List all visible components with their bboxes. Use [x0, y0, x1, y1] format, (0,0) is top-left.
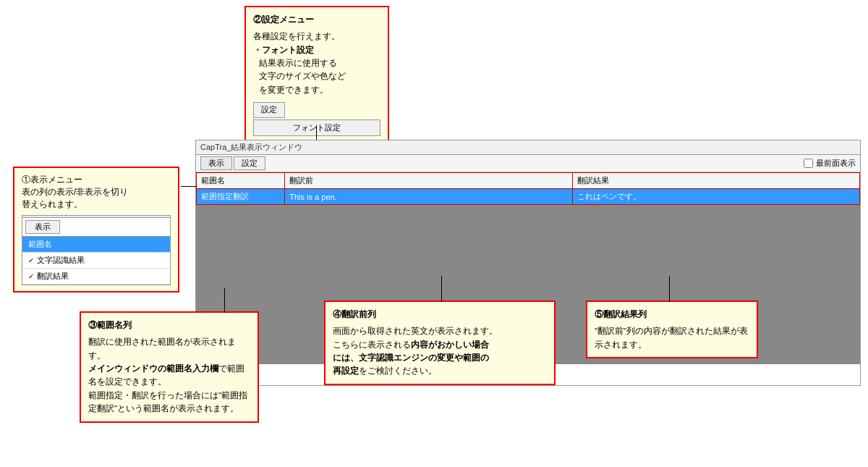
col3-label: 翻訳結果 [37, 271, 69, 282]
tooltip2-line1: 各種設定を行えます。 [253, 30, 380, 43]
tooltip-range-col: ③範囲名列 翻訳に使用された範囲名が表示されます。 メインウィンドウの範囲名入力… [80, 311, 259, 423]
checkbox-topmost[interactable]: 最前面表示 [804, 158, 856, 169]
window-titlebar: CapTra_結果表示ウィンドウ [196, 140, 860, 155]
tooltip2-item1-bold: ・フォント設定 [253, 43, 380, 56]
window-menubar: 表示 設定 最前面表示 [196, 155, 860, 172]
col-header-name: 範囲名 [197, 173, 285, 189]
col1-label: 範囲名 [28, 239, 52, 250]
display-panel: 表示 範囲名 ✓ 文字認識結果 ✓ 翻訳結果 [22, 215, 171, 285]
connector-tooltip4-v [441, 276, 442, 302]
tooltip3-title: ③範囲名列 [88, 319, 250, 332]
tooltip1-desc: 表の列の表示/非表示を切り替えられます。 [22, 186, 171, 211]
tooltip2-settings-btn[interactable]: 設定 [253, 102, 285, 118]
row1-name: 範囲指定翻訳 [197, 189, 285, 205]
tooltip4-title: ④翻訳前列 [333, 308, 547, 321]
panel-display-btn[interactable]: 表示 [25, 220, 60, 234]
check-icon-trans: ✓ [28, 272, 34, 280]
tooltip5-title: ⑤翻訳結果列 [595, 308, 749, 321]
connector-tooltip5-v [669, 276, 670, 302]
result-table: 範囲名 翻訳前 翻訳結果 範囲指定翻訳 This is a pen. これはペン… [196, 172, 860, 205]
tooltip3-line3: 範囲指定・翻訳を行った場合には"範囲指定翻訳"という範囲名が表示されます。 [88, 389, 250, 416]
tooltip2-title: ②設定メニュー [253, 13, 380, 27]
connector-tooltip3-v [224, 288, 225, 313]
tooltip-pretrans-col: ④翻訳前列 画面から取得された英文が表示されます。 こちらに表示される内容がおか… [324, 300, 556, 385]
tooltip4-bold: 内容がおかしい場合には、文字認識エンジンの変更や範囲の再設定 [333, 340, 489, 376]
tooltip-settings-menu: ②設定メニュー 各種設定を行えます。 ・フォント設定 結果表示に使用する文字のサ… [244, 6, 389, 143]
tooltip2-font-btn[interactable]: フォント設定 [253, 119, 380, 137]
table-row[interactable]: 範囲指定翻訳 This is a pen. これはペンです。 [197, 189, 860, 205]
panel-list-item-name[interactable]: 範囲名 [22, 237, 170, 253]
tooltip-transresult-col: ⑤翻訳結果列 "翻訳前"列の内容が翻訳された結果が表示されます。 [586, 300, 758, 358]
panel-list: 範囲名 ✓ 文字認識結果 ✓ 翻訳結果 [22, 236, 170, 285]
row1-after: これはペンです。 [572, 189, 859, 205]
col-header-before: 翻訳前 [285, 173, 572, 189]
menu-left: 表示 設定 [200, 156, 265, 170]
panel-titlebar [22, 216, 170, 218]
panel-list-item-trans[interactable]: ✓ 翻訳結果 [22, 269, 170, 285]
panel-list-item-ocr[interactable]: ✓ 文字認識結果 [22, 253, 170, 269]
tooltip4-line2: こちらに表示される内容がおかしい場合には、文字認識エンジンの変更や範囲の再設定を… [333, 338, 547, 378]
tooltip3-bold: メインウィンドウの範囲名入力欄 [88, 364, 218, 373]
tooltip2-item1-desc: 結果表示に使用する文字のサイズや色などを変更できます。 [253, 56, 380, 96]
row1-before: This is a pen. [285, 189, 572, 205]
tooltip3-line1: 翻訳に使用された範囲名が表示されます。 [88, 335, 250, 362]
topmost-label: 最前面表示 [816, 158, 856, 169]
col2-label: 文字認識結果 [37, 255, 85, 266]
tooltip1-title: ①表示メニュー [22, 174, 171, 186]
topmost-checkbox[interactable] [804, 159, 813, 168]
menu-settings-btn[interactable]: 設定 [234, 156, 265, 170]
tooltip4-line1: 画面から取得された英文が表示されます。 [333, 324, 547, 337]
connector-tooltip1-h [181, 186, 197, 187]
menu-display-btn[interactable]: 表示 [200, 156, 232, 170]
tooltip-display-menu: ①表示メニュー 表の列の表示/非表示を切り替えられます。 表示 範囲名 ✓ 文字… [13, 167, 179, 293]
check-icon-ocr: ✓ [28, 256, 34, 264]
tooltip5-line1: "翻訳前"列の内容が翻訳された結果が表示されます。 [595, 324, 749, 351]
tooltip3-line2: メインウィンドウの範囲名入力欄で範囲名を設定できます。 [88, 362, 250, 389]
col-header-after: 翻訳結果 [572, 173, 859, 189]
